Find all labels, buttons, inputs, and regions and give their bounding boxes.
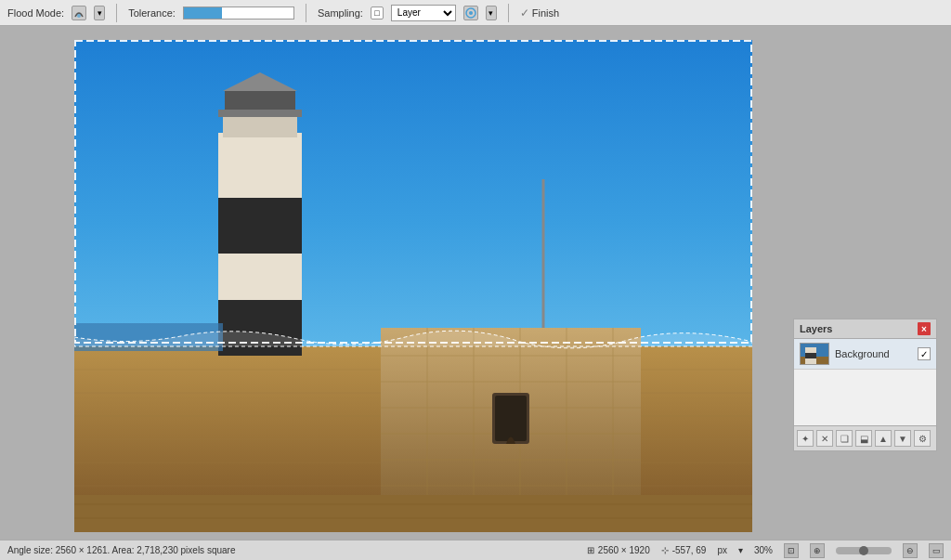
delete-layer-button[interactable]: ✕ — [816, 430, 833, 447]
svg-rect-13 — [218, 198, 302, 254]
merge-layer-button[interactable]: ⬓ — [855, 430, 872, 447]
flood-mode-label: Flood Mode: — [7, 7, 64, 19]
canvas-image[interactable] — [74, 40, 752, 532]
separator-3 — [508, 4, 509, 22]
finish-label: Finish — [532, 7, 559, 19]
layer-thumbnail — [800, 343, 829, 365]
layers-actions-bar: ✦ ✕ ❑ ⬓ ▲ ▼ ⚙ — [794, 425, 936, 450]
tolerance-label: Tolerance: — [128, 7, 176, 19]
svg-rect-34 — [74, 495, 752, 532]
svg-rect-42 — [805, 353, 816, 358]
zoom-in-button[interactable]: ⊕ — [810, 543, 825, 558]
svg-rect-3 — [74, 40, 752, 346]
svg-point-2 — [469, 11, 473, 15]
screen-fit-button[interactable]: ⊡ — [784, 543, 799, 558]
move-up-button[interactable]: ▲ — [875, 430, 892, 447]
status-icon-dimensions: ⊞ — [587, 545, 594, 555]
status-unit-dropdown[interactable]: ▾ — [738, 545, 743, 555]
layers-close-button[interactable]: × — [918, 322, 931, 335]
svg-rect-17 — [218, 110, 302, 117]
copy-layer-button[interactable]: ❑ — [836, 430, 853, 447]
tolerance-value: 35% — [184, 7, 293, 19]
svg-rect-33 — [495, 396, 527, 441]
layers-header: Layers × — [794, 319, 936, 339]
tolerance-bar[interactable]: 35% — [183, 7, 294, 20]
zoom-out-button[interactable]: ⊖ — [903, 543, 918, 558]
sampling-select[interactable]: Layer All Layers — [391, 5, 456, 21]
main-toolbar: Flood Mode: ▾ Tolerance: 35% Sampling: □… — [0, 0, 951, 26]
finish-checkmark: ✓ — [520, 7, 529, 20]
svg-rect-15 — [223, 114, 297, 137]
status-bar: Angle size: 2560 × 1261. Area: 2,718,230… — [0, 540, 951, 560]
zoom-slider-thumb — [859, 546, 868, 555]
layer-background-item[interactable]: Background ✓ — [794, 339, 936, 370]
sampling-label: Sampling: — [318, 7, 363, 19]
status-icon-coords: ⊹ — [661, 545, 669, 555]
status-angle-size: Angle size: 2560 × 1261. Area: 2,718,230… — [7, 545, 235, 555]
svg-rect-14 — [218, 300, 302, 356]
layout-button[interactable]: ▭ — [929, 543, 944, 558]
layer-name: Background — [835, 348, 912, 359]
layers-empty-space — [794, 370, 936, 425]
add-layer-button[interactable]: ✦ — [797, 430, 814, 447]
layers-panel: Layers × Background ✓ ✦ ✕ ❑ ⬓ ▲ ▼ — [793, 319, 937, 451]
flood-mode-icon[interactable] — [72, 6, 86, 20]
main-canvas-area: Layers × Background ✓ ✦ ✕ ❑ ⬓ ▲ ▼ — [0, 26, 951, 540]
finish-button[interactable]: ✓ Finish — [520, 7, 559, 20]
move-down-button[interactable]: ▼ — [894, 430, 911, 447]
options-icon[interactable] — [463, 6, 478, 20]
separator-2 — [306, 4, 306, 22]
zoom-slider[interactable] — [836, 547, 892, 554]
flood-mode-dropdown[interactable]: ▾ — [94, 6, 105, 20]
scene-svg — [74, 40, 752, 532]
status-zoom: 30% — [754, 545, 773, 555]
status-coordinates: -557, 69 — [672, 545, 707, 555]
status-unit: px — [717, 545, 727, 555]
svg-point-0 — [77, 14, 81, 18]
layers-title: Layers — [800, 323, 832, 334]
tolerance-control[interactable]: 35% — [183, 7, 294, 20]
separator-1 — [116, 4, 117, 22]
layer-settings-button[interactable]: ⚙ — [914, 430, 931, 447]
status-right: ⊞ 2560 × 1920 ⊹ -557, 69 px ▾ 30% ⊡ ⊕ ⊖ … — [587, 543, 944, 558]
sampling-checkbox[interactable]: □ — [371, 7, 384, 20]
status-dimensions: 2560 × 1920 — [598, 545, 650, 555]
layer-visibility-check[interactable]: ✓ — [918, 347, 931, 360]
canvas-wrapper[interactable] — [74, 40, 752, 532]
options-dropdown[interactable]: ▾ — [486, 6, 497, 20]
